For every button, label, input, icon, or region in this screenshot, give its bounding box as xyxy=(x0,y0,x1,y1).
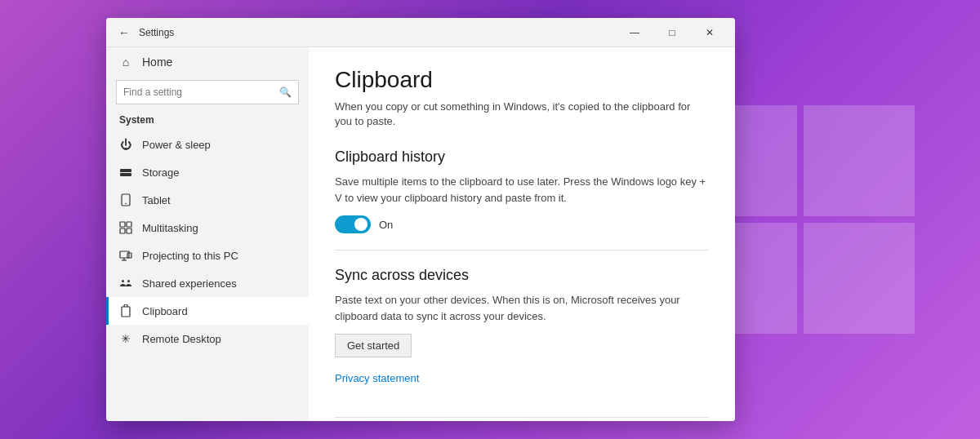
section-title-history: Clipboard history xyxy=(335,149,709,166)
shared-icon xyxy=(119,277,132,290)
sidebar-label-multitasking: Multitasking xyxy=(142,222,198,234)
power-sleep-icon: ⏻ xyxy=(119,138,132,151)
sidebar-label-remote: Remote Desktop xyxy=(142,333,221,345)
sidebar-item-projecting[interactable]: Projecting to this PC xyxy=(106,242,309,269)
svg-rect-1 xyxy=(120,173,131,176)
sidebar-item-shared[interactable]: Shared experiences xyxy=(106,269,309,297)
section-desc-sync: Paste text on your other devices. When t… xyxy=(335,292,709,324)
section-title-sync: Sync across devices xyxy=(335,267,709,284)
sidebar-item-tablet[interactable]: Tablet xyxy=(106,186,309,214)
sidebar-label-tablet: Tablet xyxy=(142,194,171,206)
get-started-button[interactable]: Get started xyxy=(335,334,412,357)
back-button[interactable]: ← xyxy=(113,21,136,44)
sidebar-label-power-sleep: Power & sleep xyxy=(142,139,211,151)
logo-pane-tr xyxy=(804,105,915,216)
search-input[interactable] xyxy=(123,86,279,98)
svg-point-3 xyxy=(125,203,127,205)
section-desc-history: Save multiple items to the clipboard to … xyxy=(335,174,709,206)
sidebar: ⌂ Home 🔍 System ⏻ Power & sleep Storage xyxy=(106,47,309,421)
window-body: ⌂ Home 🔍 System ⏻ Power & sleep Storage xyxy=(106,47,735,421)
storage-icon xyxy=(119,166,132,179)
close-button[interactable]: ✕ xyxy=(691,18,728,47)
remote-icon: ✳ xyxy=(119,332,132,345)
home-label: Home xyxy=(142,55,172,69)
clipboard-icon xyxy=(119,304,132,317)
page-title: Clipboard xyxy=(335,67,709,93)
sidebar-label-clipboard: Clipboard xyxy=(142,305,188,317)
sidebar-item-power-sleep[interactable]: ⏻ Power & sleep xyxy=(106,131,309,158)
projecting-icon xyxy=(119,249,132,262)
sidebar-label-projecting: Projecting to this PC xyxy=(142,250,238,262)
svg-rect-7 xyxy=(127,228,131,233)
divider-2 xyxy=(335,417,709,418)
multitasking-icon xyxy=(119,221,132,234)
privacy-statement-link[interactable]: Privacy statement xyxy=(335,372,419,384)
clipboard-history-toggle-row: On xyxy=(335,215,709,233)
sidebar-item-home[interactable]: ⌂ Home xyxy=(106,47,309,77)
svg-rect-0 xyxy=(120,169,131,172)
svg-rect-5 xyxy=(127,222,131,227)
minimize-button[interactable]: — xyxy=(616,18,653,47)
svg-rect-6 xyxy=(120,228,125,233)
divider-1 xyxy=(335,250,709,251)
sidebar-section-system: System xyxy=(106,111,309,131)
sidebar-item-remote[interactable]: ✳ Remote Desktop xyxy=(106,325,309,353)
tablet-icon xyxy=(119,193,132,206)
sidebar-item-clipboard[interactable]: Clipboard xyxy=(106,297,309,325)
clipboard-history-toggle[interactable] xyxy=(335,215,371,233)
logo-pane-br xyxy=(804,223,915,334)
toggle-on-label: On xyxy=(379,219,393,231)
sidebar-item-storage[interactable]: Storage xyxy=(106,158,309,186)
svg-rect-4 xyxy=(120,222,125,227)
maximize-button[interactable]: □ xyxy=(653,18,691,47)
settings-window: ← Settings — □ ✕ ⌂ Home 🔍 System xyxy=(106,18,735,421)
sidebar-label-shared: Shared experiences xyxy=(142,277,237,290)
title-bar: ← Settings — □ ✕ xyxy=(106,18,735,47)
window-controls: — □ ✕ xyxy=(616,18,728,47)
sidebar-item-multitasking[interactable]: Multitasking xyxy=(106,214,309,242)
home-icon: ⌂ xyxy=(119,55,132,69)
search-icon: 🔍 xyxy=(279,86,292,98)
main-content: Clipboard When you copy or cut something… xyxy=(309,47,735,421)
window-title: Settings xyxy=(139,27,616,38)
sidebar-label-storage: Storage xyxy=(142,166,180,179)
sidebar-search-box[interactable]: 🔍 xyxy=(116,80,299,104)
svg-rect-12 xyxy=(122,307,130,317)
page-description: When you copy or cut something in Window… xyxy=(335,100,709,129)
